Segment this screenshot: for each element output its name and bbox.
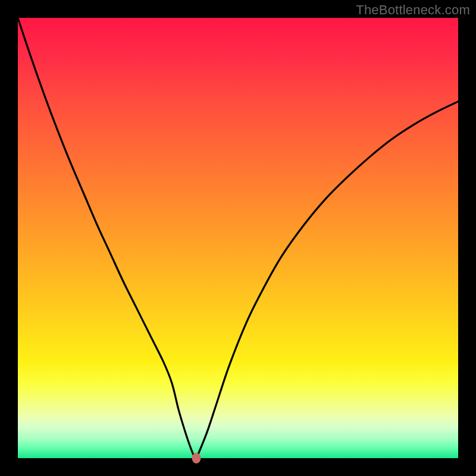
- chart-frame: TheBottleneck.com: [0, 0, 476, 476]
- bottleneck-curve: [18, 18, 458, 458]
- plot-area: [18, 18, 458, 458]
- watermark-text: TheBottleneck.com: [356, 2, 470, 18]
- minimum-marker: [192, 453, 201, 464]
